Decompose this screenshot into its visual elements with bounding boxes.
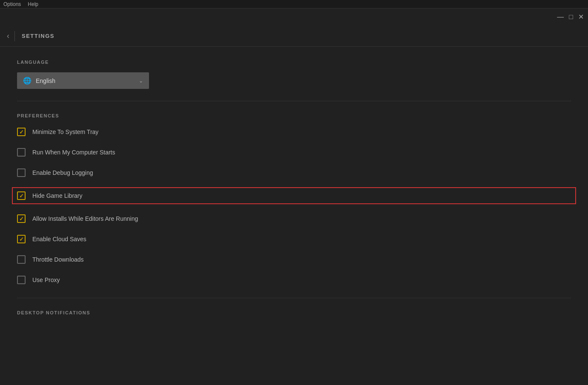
pref-use-proxy[interactable]: Use Proxy xyxy=(17,274,571,286)
scrollable-content[interactable]: LANGUAGE 🌐 English ⌄ PREFERENCES Minimiz… xyxy=(0,47,588,385)
chevron-down-icon: ⌄ xyxy=(139,78,143,84)
desktop-notifications-label: DESKTOP NOTIFICATIONS xyxy=(17,310,571,315)
pref-allow-installs[interactable]: Allow Installs While Editors Are Running xyxy=(17,213,571,225)
maximize-button[interactable]: □ xyxy=(569,14,573,20)
section-divider-1 xyxy=(17,101,571,101)
language-section: LANGUAGE 🌐 English ⌄ xyxy=(17,60,571,89)
settings-header: ‹ SETTINGS xyxy=(0,26,588,47)
desktop-notifications-section: DESKTOP NOTIFICATIONS xyxy=(17,310,571,315)
window-controls: — □ ✕ xyxy=(557,14,584,20)
checkbox-use-proxy[interactable] xyxy=(17,276,26,284)
title-bar: — □ ✕ xyxy=(0,9,588,26)
pref-throttle-downloads-label: Throttle Downloads xyxy=(32,256,84,263)
pref-cloud-saves-label: Enable Cloud Saves xyxy=(32,236,86,242)
pref-run-startup[interactable]: Run When My Computer Starts xyxy=(17,146,571,158)
checkbox-debug-logging[interactable] xyxy=(17,168,26,177)
pref-minimize-tray-label: Minimize To System Tray xyxy=(32,128,98,135)
app-window: — □ ✕ ‹ SETTINGS LANGUAGE 🌐 English ⌄ xyxy=(0,9,588,385)
menu-bar: Options Help xyxy=(0,0,588,9)
checkbox-hide-library[interactable] xyxy=(17,191,26,200)
globe-icon: 🌐 xyxy=(23,77,32,85)
checkbox-allow-installs[interactable] xyxy=(17,214,26,223)
pref-allow-installs-label: Allow Installs While Editors Are Running xyxy=(32,215,138,222)
pref-throttle-downloads[interactable]: Throttle Downloads xyxy=(17,254,571,265)
pref-debug-logging[interactable]: Enable Debug Logging xyxy=(17,167,571,179)
pref-debug-logging-label: Enable Debug Logging xyxy=(32,169,93,176)
menu-help[interactable]: Help xyxy=(28,1,38,7)
checkbox-throttle-downloads[interactable] xyxy=(17,255,26,264)
checkbox-cloud-saves[interactable] xyxy=(17,235,26,243)
header-divider xyxy=(14,31,15,41)
preferences-section-label: PREFERENCES xyxy=(17,113,571,118)
section-divider-2 xyxy=(17,298,571,298)
close-button[interactable]: ✕ xyxy=(578,14,584,20)
page-title: SETTINGS xyxy=(22,33,54,39)
minimize-button[interactable]: — xyxy=(557,14,564,20)
pref-minimize-tray[interactable]: Minimize To System Tray xyxy=(17,126,571,138)
checkbox-minimize-tray[interactable] xyxy=(17,128,26,136)
pref-hide-library[interactable]: Hide Game Library xyxy=(12,187,576,204)
preferences-section: PREFERENCES Minimize To System Tray Run … xyxy=(17,113,571,286)
content-area: LANGUAGE 🌐 English ⌄ PREFERENCES Minimiz… xyxy=(0,47,588,385)
language-value: English xyxy=(36,77,139,84)
checkbox-run-startup[interactable] xyxy=(17,148,26,157)
pref-cloud-saves[interactable]: Enable Cloud Saves xyxy=(17,233,571,245)
pref-hide-library-label: Hide Game Library xyxy=(32,192,83,199)
language-section-label: LANGUAGE xyxy=(17,60,571,65)
pref-run-startup-label: Run When My Computer Starts xyxy=(32,149,115,156)
back-button[interactable]: ‹ xyxy=(7,31,9,40)
language-dropdown[interactable]: 🌐 English ⌄ xyxy=(17,72,149,89)
menu-options[interactable]: Options xyxy=(3,1,21,7)
pref-use-proxy-label: Use Proxy xyxy=(32,277,60,283)
